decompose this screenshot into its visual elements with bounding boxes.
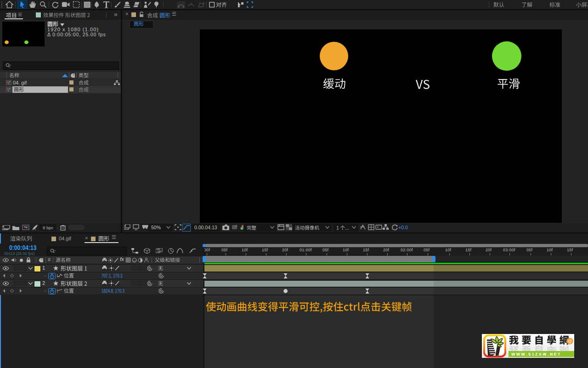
- svg-text:@: @: [567, 339, 572, 344]
